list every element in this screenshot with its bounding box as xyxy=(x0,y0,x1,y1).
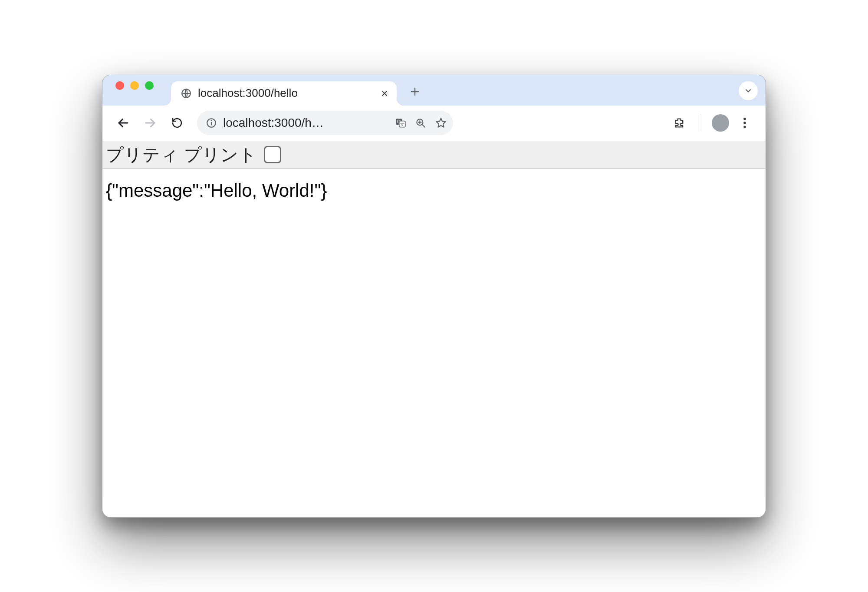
new-tab-button[interactable] xyxy=(404,81,425,102)
pretty-print-checkbox[interactable] xyxy=(264,146,281,163)
svg-marker-14 xyxy=(437,119,446,127)
zoom-icon[interactable] xyxy=(415,117,426,129)
extensions-button[interactable] xyxy=(668,112,690,134)
bookmark-star-icon[interactable] xyxy=(435,117,447,129)
page-content: {"message":"Hello, World!"} xyxy=(102,169,766,212)
svg-line-11 xyxy=(422,125,425,127)
tabs-dropdown-button[interactable] xyxy=(739,81,758,100)
back-button[interactable] xyxy=(112,112,135,134)
response-body-text: {"message":"Hello, World!"} xyxy=(106,180,327,201)
address-bar[interactable]: localhost:3000/h… G 文 xyxy=(197,111,453,135)
tab-title: localhost:3000/hello xyxy=(198,86,374,100)
browser-window: localhost:3000/hello xyxy=(102,75,766,518)
site-info-icon[interactable] xyxy=(206,117,217,129)
menu-button[interactable] xyxy=(733,112,756,134)
svg-point-16 xyxy=(743,122,746,124)
window-close-button[interactable] xyxy=(115,81,124,90)
pretty-print-bar: プリティ プリント xyxy=(102,141,766,169)
svg-point-5 xyxy=(211,120,212,121)
browser-tab[interactable]: localhost:3000/hello xyxy=(171,81,397,106)
reload-button[interactable] xyxy=(166,112,188,134)
svg-text:文: 文 xyxy=(400,122,404,127)
svg-point-15 xyxy=(743,118,746,120)
address-bar-text: localhost:3000/h… xyxy=(223,116,389,130)
globe-icon xyxy=(181,88,192,99)
pretty-print-label: プリティ プリント xyxy=(106,143,257,167)
toolbar-separator xyxy=(701,114,701,132)
translate-icon[interactable]: G 文 xyxy=(395,117,406,129)
window-minimize-button[interactable] xyxy=(130,81,139,90)
profile-avatar[interactable] xyxy=(712,114,729,132)
window-controls xyxy=(115,75,154,106)
toolbar: localhost:3000/h… G 文 xyxy=(102,106,766,141)
window-maximize-button[interactable] xyxy=(145,81,154,90)
svg-point-17 xyxy=(743,126,746,129)
forward-button[interactable] xyxy=(139,112,161,134)
tab-strip: localhost:3000/hello xyxy=(102,75,766,106)
close-tab-button[interactable] xyxy=(380,89,389,98)
